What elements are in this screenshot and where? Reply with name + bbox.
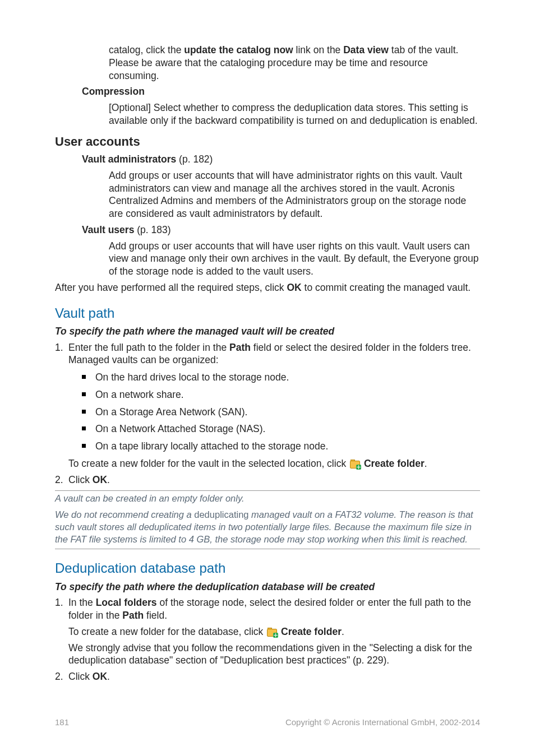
text: link on the	[293, 44, 344, 55]
list-item: On a network share.	[82, 388, 480, 401]
paragraph-after: After you have performed all the require…	[55, 281, 480, 294]
bold-text: Create folder	[364, 458, 425, 469]
text: After you have performed all the require…	[55, 282, 287, 293]
note-empty-folder: A vault can be created in an empty folde…	[55, 492, 480, 504]
text: deduplicating	[194, 509, 248, 520]
text: catalog, click the	[109, 44, 184, 55]
paragraph-create-folder: To create a new folder for the vault in …	[68, 457, 480, 470]
bold-text: OK	[287, 282, 301, 293]
heading-vault-admins: Vault administrators (p. 182)	[82, 153, 480, 166]
create-folder-icon	[267, 628, 277, 637]
bold-text: Vault users	[82, 224, 134, 235]
text: We do not recommend creating a	[55, 509, 194, 520]
list-item: Click OK.	[55, 670, 480, 683]
heading-dedup-path: Deduplication database path	[55, 559, 480, 577]
paragraph-create-folder: To create a new folder for the database,…	[68, 625, 480, 638]
paragraph-compression: [Optional] Select whether to compress th…	[109, 101, 480, 127]
list-item: On a tape library locally attached to th…	[82, 440, 480, 453]
bold-text: update the catalog now	[184, 44, 293, 55]
heading-vault-users: Vault users (p. 183)	[82, 224, 480, 236]
text: .	[425, 458, 427, 469]
list-item: On a Network Attached Storage (NAS).	[82, 423, 480, 435]
paragraph-vault-users: Add groups or user accounts that will ha…	[109, 240, 480, 278]
paragraph-advise: We strongly advise that you follow the r…	[68, 642, 480, 667]
bold-text: Vault administrators	[82, 154, 176, 165]
bold-text: Path	[122, 610, 144, 621]
heading-user-accounts: User accounts	[55, 134, 480, 150]
divider	[55, 490, 480, 491]
text: Enter the full path to the folder in the	[68, 342, 229, 353]
list-item: On a Storage Area Network (SAN).	[82, 406, 480, 419]
text: .	[107, 671, 110, 682]
bold-text: OK	[93, 671, 107, 682]
page-ref: (p. 182)	[176, 154, 213, 165]
subheading-vault-path: To specify the path where the managed va…	[55, 325, 480, 338]
vault-path-bullets: On the hard drives local to the storage …	[82, 371, 480, 453]
text: In the	[68, 597, 96, 608]
page-number: 181	[55, 717, 69, 727]
text: field.	[144, 610, 167, 621]
heading-vault-path: Vault path	[55, 304, 480, 322]
paragraph-catalog: catalog, click the update the catalog no…	[109, 44, 480, 82]
create-folder-icon	[350, 460, 360, 469]
bold-text: Data view	[343, 44, 389, 55]
note-fat32: We do not recommend creating a deduplica…	[55, 508, 480, 546]
text: .	[342, 626, 344, 637]
text: Click	[68, 671, 93, 682]
divider	[55, 549, 480, 549]
vault-path-steps: Enter the full path to the folder in the…	[55, 341, 480, 486]
text: Click	[68, 474, 93, 485]
bold-text: Path	[229, 342, 251, 353]
text: to commit creating the managed vault.	[302, 282, 471, 293]
dedup-steps: In the Local folders of the storage node…	[55, 596, 480, 683]
copyright: Copyright © Acronis International GmbH, …	[285, 717, 480, 727]
list-item: In the Local folders of the storage node…	[55, 596, 480, 667]
list-item: Click OK.	[55, 474, 480, 486]
page-content: catalog, click the update the catalog no…	[0, 0, 535, 683]
page-ref: (p. 183)	[134, 224, 170, 235]
bold-text: Create folder	[281, 626, 342, 637]
paragraph-vault-admins: Add groups or user accounts that will ha…	[109, 169, 480, 220]
subheading-dedup-path: To specify the path where the deduplicat…	[55, 581, 480, 593]
list-item: Enter the full path to the folder in the…	[55, 341, 480, 470]
text: To create a new folder for the database,…	[68, 626, 266, 637]
bold-text: OK	[93, 474, 107, 485]
page-footer: 181 Copyright © Acronis International Gm…	[55, 717, 480, 727]
text: To create a new folder for the vault in …	[68, 458, 349, 469]
heading-compression: Compression	[82, 85, 480, 98]
text: .	[107, 474, 110, 485]
list-item: On the hard drives local to the storage …	[82, 371, 480, 384]
bold-text: Local folders	[96, 597, 157, 608]
